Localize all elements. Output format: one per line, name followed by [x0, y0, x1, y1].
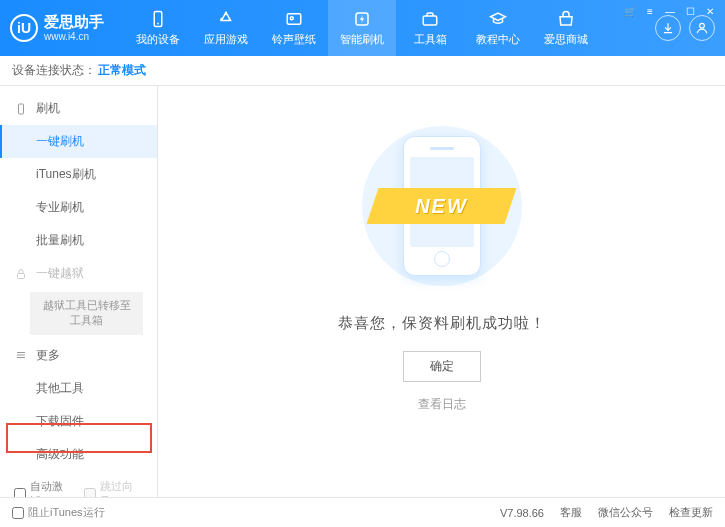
apps-icon	[216, 9, 236, 29]
nav-smart-flash[interactable]: 智能刷机	[328, 0, 396, 56]
nav-label: 铃声壁纸	[272, 32, 316, 47]
checkbox-block-itunes[interactable]: 阻止iTunes运行	[12, 505, 105, 520]
checkbox-label: 阻止iTunes运行	[28, 505, 105, 520]
svg-rect-5	[423, 16, 437, 25]
main-content: NEW 恭喜您，保资料刷机成功啦！ 确定 查看日志	[158, 86, 725, 497]
checkbox-auto-activate[interactable]: 自动激活	[14, 479, 74, 497]
new-ribbon: NEW	[367, 188, 517, 224]
sidebar-item-other-tools[interactable]: 其他工具	[0, 372, 157, 405]
top-nav: 我的设备 应用游戏 铃声壁纸 智能刷机 工具箱 教程中心 爱思商城	[124, 0, 655, 56]
checkbox-label: 自动激活	[30, 479, 74, 497]
auto-activate-input[interactable]	[14, 488, 26, 497]
list-icon	[14, 348, 28, 362]
nav-my-device[interactable]: 我的设备	[124, 0, 192, 56]
toolbox-icon	[420, 9, 440, 29]
graduation-icon	[488, 9, 508, 29]
menu-icon[interactable]: ≡	[643, 4, 657, 18]
sidebar-item-pro-flash[interactable]: 专业刷机	[0, 191, 157, 224]
sidebar-group-flash[interactable]: 刷机	[0, 92, 157, 125]
phone-icon	[148, 9, 168, 29]
store-icon	[556, 9, 576, 29]
checkbox-skip-guide[interactable]: 跳过向导	[84, 479, 144, 497]
svg-rect-2	[287, 14, 301, 25]
nav-label: 智能刷机	[340, 32, 384, 47]
skip-guide-input	[84, 488, 96, 497]
status-value: 正常模式	[98, 62, 146, 79]
download-button[interactable]	[655, 15, 681, 41]
version-label: V7.98.66	[500, 507, 544, 519]
nav-ringtones[interactable]: 铃声壁纸	[260, 0, 328, 56]
close-icon[interactable]: ✕	[703, 4, 717, 18]
app-url: www.i4.cn	[44, 31, 104, 42]
logo: iU 爱思助手 www.i4.cn	[10, 14, 104, 42]
nav-label: 爱思商城	[544, 32, 588, 47]
sidebar-item-itunes-flash[interactable]: iTunes刷机	[0, 158, 157, 191]
success-message: 恭喜您，保资料刷机成功啦！	[338, 314, 546, 333]
jailbreak-note: 越狱工具已转移至工具箱	[30, 292, 143, 335]
nav-label: 应用游戏	[204, 32, 248, 47]
success-illustration: NEW	[352, 116, 532, 296]
block-itunes-input[interactable]	[12, 507, 24, 519]
footer: 阻止iTunes运行 V7.98.66 客服 微信公众号 检查更新	[0, 497, 725, 527]
user-button[interactable]	[689, 15, 715, 41]
flash-icon	[352, 9, 372, 29]
sidebar-group-more[interactable]: 更多	[0, 339, 157, 372]
minimize-icon[interactable]: —	[663, 4, 677, 18]
sidebar-group-jailbreak: 一键越狱	[0, 257, 157, 290]
sidebar: 刷机 一键刷机 iTunes刷机 专业刷机 批量刷机 一键越狱 越狱工具已转移至…	[0, 86, 158, 497]
footer-link-update[interactable]: 检查更新	[669, 505, 713, 520]
maximize-icon[interactable]: ☐	[683, 4, 697, 18]
sidebar-group-label: 刷机	[36, 100, 60, 117]
checkbox-label: 跳过向导	[100, 479, 144, 497]
footer-link-wechat[interactable]: 微信公众号	[598, 505, 653, 520]
status-label: 设备连接状态：	[12, 62, 96, 79]
svg-rect-8	[18, 273, 25, 278]
ok-button[interactable]: 确定	[403, 351, 481, 382]
logo-icon: iU	[10, 14, 38, 42]
nav-store[interactable]: 爱思商城	[532, 0, 600, 56]
cart-icon[interactable]: 🛒	[623, 4, 637, 18]
sidebar-group-label: 更多	[36, 347, 60, 364]
svg-rect-7	[19, 104, 24, 114]
app-title: 爱思助手	[44, 14, 104, 31]
lock-icon	[14, 267, 28, 281]
flash-group-icon	[14, 102, 28, 116]
svg-point-3	[290, 17, 293, 20]
nav-apps[interactable]: 应用游戏	[192, 0, 260, 56]
status-bar: 设备连接状态： 正常模式	[0, 56, 725, 86]
sidebar-item-batch-flash[interactable]: 批量刷机	[0, 224, 157, 257]
svg-point-6	[700, 23, 705, 28]
nav-label: 教程中心	[476, 32, 520, 47]
image-icon	[284, 9, 304, 29]
app-header: iU 爱思助手 www.i4.cn 我的设备 应用游戏 铃声壁纸 智能刷机 工具…	[0, 0, 725, 56]
nav-tutorials[interactable]: 教程中心	[464, 0, 532, 56]
sidebar-group-label: 一键越狱	[36, 265, 84, 282]
highlight-box	[6, 423, 152, 453]
nav-label: 工具箱	[414, 32, 447, 47]
view-log-link[interactable]: 查看日志	[418, 396, 466, 413]
nav-label: 我的设备	[136, 32, 180, 47]
footer-link-service[interactable]: 客服	[560, 505, 582, 520]
nav-toolbox[interactable]: 工具箱	[396, 0, 464, 56]
sidebar-item-oneclick-flash[interactable]: 一键刷机	[0, 125, 157, 158]
